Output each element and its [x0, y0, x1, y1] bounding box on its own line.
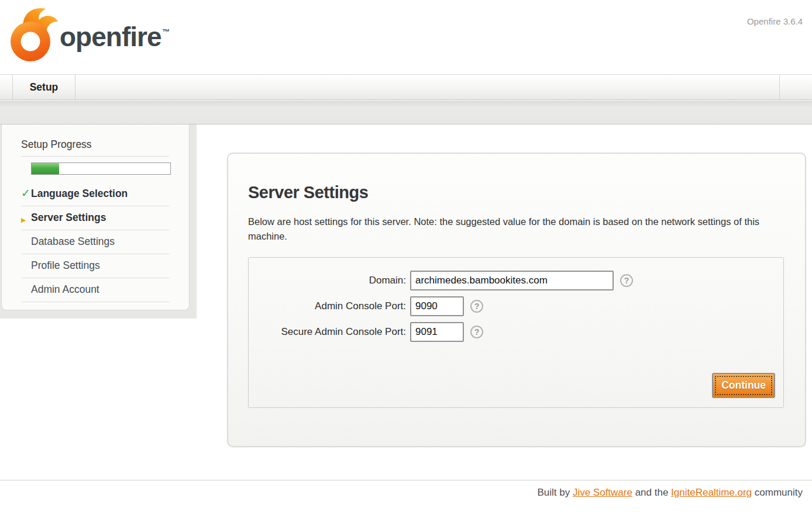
step-server-settings: ▶ Server Settings: [21, 206, 169, 230]
footer-divider: [0, 480, 812, 480]
version-label: Openfire 3.6.4: [747, 16, 803, 26]
footer-suffix: community: [752, 487, 803, 498]
check-icon: ✓: [21, 187, 31, 199]
step-label: Profile Settings: [31, 260, 100, 271]
setup-steps-list: ✓ Language Selection ▶ Server Settings D…: [21, 182, 169, 302]
domain-input[interactable]: [410, 271, 614, 290]
form-row-secure-port: Secure Admin Console Port: ?: [249, 322, 775, 342]
domain-label: Domain:: [249, 275, 410, 286]
jive-software-link[interactable]: Jive Software: [573, 487, 632, 498]
step-admin-account: Admin Account: [21, 278, 169, 302]
secure-admin-console-port-input[interactable]: [410, 322, 464, 342]
step-language-selection: ✓ Language Selection: [21, 182, 169, 206]
header: openfire™ Openfire 3.6.4: [0, 0, 812, 74]
step-database-settings: Database Settings: [21, 230, 169, 254]
tab-bar: Setup: [0, 74, 812, 100]
continue-button-label: Continue: [715, 376, 772, 395]
server-settings-form: Domain: ? Admin Console Port: ? Secure A…: [248, 257, 784, 408]
server-settings-panel: Server Settings Below are host settings …: [227, 153, 806, 447]
openfire-logo-icon: [8, 5, 59, 63]
form-row-domain: Domain: ?: [249, 271, 775, 290]
form-row-admin-port: Admin Console Port: ?: [249, 296, 775, 316]
help-icon[interactable]: ?: [470, 300, 483, 313]
admin-console-port-input[interactable]: [410, 296, 464, 316]
igniterealtime-link[interactable]: IgniteRealtime.org: [671, 487, 752, 498]
tab-separator: [779, 75, 780, 99]
admin-console-port-label: Admin Console Port:: [249, 300, 410, 312]
setup-progress-title: Setup Progress: [21, 139, 169, 157]
help-icon[interactable]: ?: [620, 274, 633, 287]
step-profile-settings: Profile Settings: [21, 254, 169, 278]
openfire-setup-page: openfire™ Openfire 3.6.4 Setup Setup Pro…: [0, 0, 812, 512]
step-label: Database Settings: [31, 236, 115, 247]
step-label: Language Selection: [31, 188, 128, 199]
footer-middle: and the: [632, 487, 671, 498]
form-actions: Continue: [249, 373, 775, 398]
secure-admin-console-port-label: Secure Admin Console Port:: [249, 326, 410, 338]
setup-progress-sidebar: Setup Progress ✓ Language Selection ▶ Se…: [1, 124, 190, 310]
footer-credits: Built by Jive Software and the IgniteRea…: [537, 487, 803, 499]
page-title: Server Settings: [248, 183, 805, 202]
trademark-symbol: ™: [162, 27, 169, 36]
setup-progress-fill: [32, 163, 59, 174]
sub-navigation-bar: [0, 101, 812, 124]
current-step-arrow-icon: ▶: [21, 214, 31, 226]
openfire-wordmark: openfire™: [60, 21, 168, 53]
tab-setup[interactable]: Setup: [13, 75, 75, 99]
continue-button[interactable]: Continue: [712, 373, 775, 398]
step-label: Admin Account: [31, 283, 99, 295]
setup-progress-bar: [31, 162, 171, 175]
footer-prefix: Built by: [537, 487, 572, 498]
step-label: Server Settings: [31, 212, 106, 223]
help-icon[interactable]: ?: [470, 326, 483, 338]
tab-separator: [75, 75, 75, 99]
page-description: Below are host settings for this server.…: [248, 215, 760, 244]
